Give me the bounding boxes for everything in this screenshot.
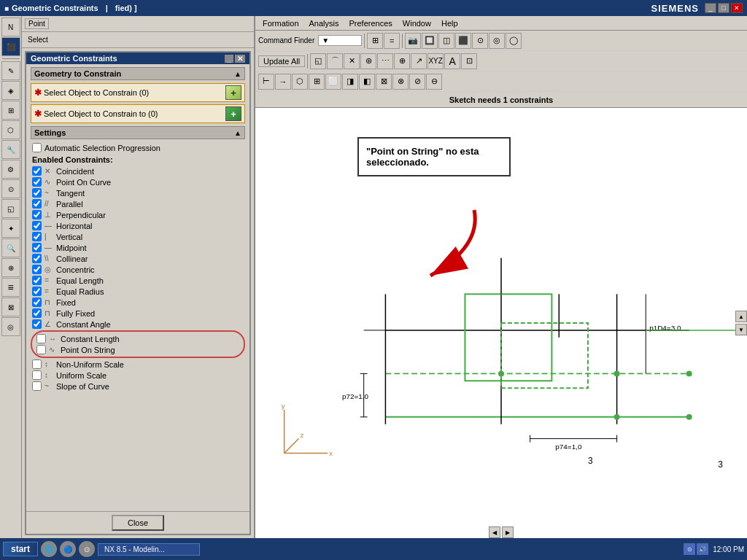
checkbox-concentric[interactable]	[32, 265, 42, 274]
section-scroll-up[interactable]: ▲	[234, 70, 241, 78]
constraint-row-11[interactable]: =Equal Radius	[31, 286, 245, 297]
icon-btn-6[interactable]: ⬡	[1, 120, 20, 139]
taskbar-icon-3[interactable]: ⊙	[79, 541, 95, 557]
icon-btn-2[interactable]: ⬛	[1, 37, 20, 56]
taskbar-icon-1[interactable]: 🌐	[41, 541, 57, 557]
command-finder-dropdown[interactable]: ▼	[318, 35, 362, 46]
tb-btn-7[interactable]: ⊙	[472, 33, 488, 49]
taskbar-icon-2[interactable]: 🔵	[60, 541, 76, 557]
dialog-min-btn[interactable]: _	[225, 55, 233, 63]
tb-btn-3[interactable]: 📷	[405, 33, 421, 49]
close-button[interactable]: Close	[112, 515, 164, 531]
icon-btn-12[interactable]: 🔍	[1, 238, 20, 257]
checkbox-constant-angle[interactable]	[32, 319, 42, 329]
tb-btn-2[interactable]: =	[384, 33, 400, 49]
menu-window[interactable]: Window	[398, 18, 436, 28]
constraint-row-2[interactable]: ~Tangent	[31, 187, 245, 198]
tb-btn-e[interactable]: ⋯	[377, 53, 393, 69]
tb-btn-9[interactable]: ◯	[506, 33, 522, 49]
close-btn[interactable]: ✕	[731, 3, 743, 13]
checkbox-tangent[interactable]	[32, 188, 42, 198]
constraint-row-18[interactable]: ↕Uniform Scale	[31, 370, 245, 381]
tb-btn-u[interactable]: ⊖	[426, 74, 442, 90]
constraint-row-12[interactable]: ⊓Fixed	[31, 297, 245, 308]
icon-btn-13[interactable]: ⊕	[1, 258, 20, 277]
tb-btn-4[interactable]: 🔲	[422, 33, 438, 49]
icon-btn-5[interactable]: ⊞	[1, 101, 20, 120]
constraint-row-17[interactable]: ↕Non-Uniform Scale	[31, 359, 245, 370]
tb-btn-g[interactable]: ↗	[411, 53, 427, 69]
checkbox-non-uniform-scale[interactable]	[32, 359, 42, 369]
tb-btn-f[interactable]: ⊕	[394, 53, 410, 69]
dialog-close-icon[interactable]: ✕	[235, 55, 245, 63]
tray-icon-1[interactable]: ⊙	[684, 543, 695, 555]
constraint-row-9[interactable]: ◎Concentric	[31, 264, 245, 275]
checkbox-perpendicular[interactable]	[32, 210, 42, 219]
checkbox-equal-radius[interactable]	[32, 287, 42, 296]
tb-btn-i[interactable]: A	[444, 53, 460, 69]
maximize-btn[interactable]: □	[718, 3, 729, 13]
update-all-btn[interactable]: Update All	[258, 55, 305, 67]
checkbox-uniform-scale[interactable]	[32, 370, 42, 380]
tb-btn-j[interactable]: ⊡	[461, 53, 477, 69]
auto-selection-checkbox[interactable]	[32, 143, 42, 152]
icon-btn-8[interactable]: ⚙	[1, 160, 20, 179]
menu-formation[interactable]: Formation	[258, 18, 303, 28]
taskbar-nx-item[interactable]: NX 8.5 - Modelin...	[98, 543, 200, 556]
icon-btn-16[interactable]: ◎	[1, 317, 20, 336]
menu-preferences[interactable]: Preferences	[345, 18, 397, 28]
start-button[interactable]: start	[3, 542, 38, 556]
tb-btn-n[interactable]: ⊞	[309, 74, 325, 90]
tb-btn-p[interactable]: ◨	[342, 74, 358, 90]
constraint-row-14[interactable]: ∠Constant Angle	[31, 319, 245, 330]
constraint-row-6[interactable]: |Vertical	[31, 231, 245, 242]
tb-btn-b[interactable]: ⌒	[327, 53, 343, 69]
checkbox-point-on-curve[interactable]	[32, 177, 42, 187]
checkbox-equal-length[interactable]	[32, 276, 42, 285]
icon-btn-7[interactable]: 🔧	[1, 140, 20, 159]
constraint-row-19[interactable]: ~Slope of Curve	[31, 381, 245, 392]
icon-btn-14[interactable]: ≡	[1, 278, 20, 297]
tb-btn-8[interactable]: ◎	[489, 33, 505, 49]
scroll-down-btn[interactable]: ▼	[735, 324, 747, 335]
tb-btn-l[interactable]: →	[275, 74, 291, 90]
constraint-row-13[interactable]: ⊓Fully Fixed	[31, 308, 245, 319]
menu-help[interactable]: Help	[437, 18, 462, 28]
tb-btn-q[interactable]: ◧	[359, 74, 375, 90]
tb-btn-h[interactable]: XYZ	[427, 53, 444, 69]
constraint-row-4[interactable]: ⊥Perpendicular	[31, 209, 245, 220]
scroll-right-btn[interactable]: ▶	[502, 526, 514, 538]
constraint-row-8[interactable]: \\Collinear	[31, 253, 245, 264]
constraint-row-10[interactable]: =Equal Length	[31, 275, 245, 286]
checkbox-midpoint[interactable]	[32, 243, 42, 252]
tb-btn-d[interactable]: ⊛	[360, 53, 376, 69]
constraint-row-7[interactable]: —Midpoint	[31, 242, 245, 253]
checkbox-collinear[interactable]	[32, 254, 42, 263]
checkbox-point-on-string[interactable]	[36, 345, 46, 354]
settings-scroll-up[interactable]: ▲	[234, 129, 241, 137]
object1-btn[interactable]: +	[225, 85, 241, 100]
tb-btn-k[interactable]: ⊢	[258, 74, 274, 90]
icon-btn-4[interactable]: ◈	[1, 81, 20, 100]
checkbox-horizontal[interactable]	[32, 221, 42, 230]
icon-btn-3[interactable]: ✎	[1, 61, 20, 80]
scroll-right[interactable]: ▲ ▼	[735, 311, 747, 335]
scroll-up-btn[interactable]: ▲	[735, 311, 747, 322]
tb-btn-6[interactable]: ⬛	[455, 33, 471, 49]
constraint-row-15[interactable]: ↔Constant Length	[35, 333, 241, 344]
constraint-row-3[interactable]: //Parallel	[31, 198, 245, 209]
checkbox-fixed[interactable]	[32, 298, 42, 307]
checkbox-coincident[interactable]	[32, 166, 42, 176]
tb-btn-5[interactable]: ◫	[438, 33, 454, 49]
checkbox-parallel[interactable]	[32, 199, 42, 209]
tb-btn-o[interactable]: ⬜	[325, 74, 341, 90]
constraint-row-0[interactable]: ✕Coincident	[31, 166, 245, 176]
auto-selection-row[interactable]: Automatic Selection Progression	[31, 142, 245, 153]
icon-btn-9[interactable]: ⊙	[1, 179, 20, 198]
checkbox-slope-of-curve[interactable]	[32, 381, 42, 391]
tb-btn-c[interactable]: ✕	[344, 53, 360, 69]
scroll-left-btn[interactable]: ◀	[489, 526, 500, 538]
menu-analysis[interactable]: Analysis	[305, 18, 344, 28]
tb-btn-t[interactable]: ⊘	[409, 74, 425, 90]
sketch-canvas[interactable]: "Point on String" no esta seleccionado.	[255, 108, 747, 538]
